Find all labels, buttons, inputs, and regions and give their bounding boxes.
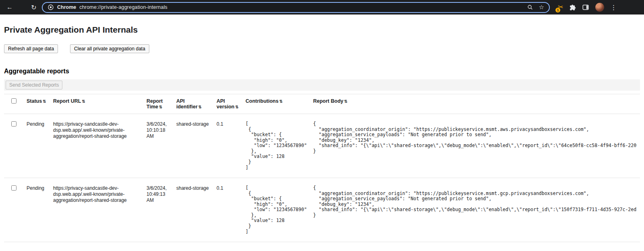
table-row: Pending https://privacy-sandcastle-dev-d… xyxy=(4,178,640,242)
page-title: Private Aggregation API Internals xyxy=(4,25,640,35)
row-checkbox[interactable] xyxy=(11,121,17,127)
api-identifier-cell: shared-storage xyxy=(173,178,213,242)
send-toolbar: Send Selected Reports xyxy=(4,79,640,91)
menu-kebab-icon[interactable]: ⋮ xyxy=(610,4,617,11)
column-header-contributions[interactable]: Contributions⇅ xyxy=(242,94,310,114)
sort-icon: ⇅ xyxy=(198,105,202,109)
sort-icon: ⇅ xyxy=(235,105,238,109)
column-header-report-body[interactable]: Report Body⇅ xyxy=(310,94,640,114)
select-all-checkbox[interactable] xyxy=(11,98,17,104)
column-header-report-time[interactable]: Report Time⇅ xyxy=(143,94,173,114)
search-icon[interactable] xyxy=(527,4,533,10)
aggregatable-reports-table: Status⇅ Report URL⇅ Report Time⇅ API ide… xyxy=(4,94,640,242)
section-title: Aggregatable reports xyxy=(4,68,640,75)
report-body-json: { "aggregation_coordinator_origin": "htt… xyxy=(313,185,637,218)
api-version-cell: 0.1 xyxy=(213,178,242,242)
site-chip-label: Chrome xyxy=(57,4,76,10)
reload-icon: ↻ xyxy=(31,4,36,11)
sort-icon: ⇅ xyxy=(159,105,162,109)
api-identifier-cell: shared-storage xyxy=(173,114,213,178)
address-bar[interactable]: Chrome chrome://private-aggregation-inte… xyxy=(42,2,550,13)
table-row: Pending https://privacy-sandcastle-dev-d… xyxy=(4,114,640,178)
refresh-all-button[interactable]: Refresh all page data xyxy=(4,44,58,53)
api-version-cell: 0.1 xyxy=(213,114,242,178)
extension-action-icon[interactable]: ✂1 xyxy=(558,4,563,10)
status-cell: Pending xyxy=(23,114,50,178)
badge-count: 1 xyxy=(555,8,560,12)
extensions-puzzle-icon[interactable] xyxy=(569,4,576,11)
page-content: Private Aggregation API Internals Refres… xyxy=(0,25,644,242)
chrome-logo-icon xyxy=(47,4,54,10)
table-header-row: Status⇅ Report URL⇅ Report Time⇅ API ide… xyxy=(4,94,640,114)
column-header-api-version[interactable]: API version⇅ xyxy=(213,94,242,114)
status-cell: Pending xyxy=(23,178,50,242)
report-url-cell: https://privacy-sandcastle-dev-dsp.web.a… xyxy=(50,114,143,178)
report-time-cell: 3/6/2024, 10:49:13 AM xyxy=(143,178,173,242)
column-header-report-url[interactable]: Report URL⇅ xyxy=(50,94,143,114)
page-actions: Refresh all page data Clear all private … xyxy=(4,44,640,53)
side-panel-icon[interactable] xyxy=(582,4,589,11)
back-icon: ← xyxy=(6,4,13,11)
send-selected-reports-button[interactable]: Send Selected Reports xyxy=(6,81,62,89)
sort-icon: ⇅ xyxy=(279,99,283,104)
bookmark-star-icon[interactable]: ☆ xyxy=(539,4,544,11)
browser-toolbar: ← ↻ Chrome chrome://private-aggregation-… xyxy=(0,0,644,15)
column-header-api-identifier[interactable]: API identifier⇅ xyxy=(173,94,213,114)
reload-button[interactable]: ↻ xyxy=(28,2,39,13)
report-time-cell: 3/6/2024, 10:10:18 AM xyxy=(143,114,173,178)
profile-avatar[interactable] xyxy=(595,3,604,12)
clear-all-button[interactable]: Clear all private aggregation data xyxy=(70,44,149,53)
sort-icon: ⇅ xyxy=(82,99,85,104)
contributions-json: [ { "bucket": { "high": "0", "low": "123… xyxy=(246,185,307,234)
column-header-status[interactable]: Status⇅ xyxy=(23,94,50,114)
row-checkbox[interactable] xyxy=(11,185,17,191)
report-url-cell: https://privacy-sandcastle-dev-dsp.web.a… xyxy=(50,178,143,242)
back-button[interactable]: ← xyxy=(4,2,15,13)
report-body-json: { "aggregation_coordinator_origin": "htt… xyxy=(313,121,637,154)
url-text: chrome://private-aggregation-internals xyxy=(79,4,167,10)
contributions-json: [ { "bucket": { "high": "0", "low": "123… xyxy=(246,121,307,170)
sort-icon: ⇅ xyxy=(43,99,46,104)
sort-icon: ⇅ xyxy=(344,99,347,104)
